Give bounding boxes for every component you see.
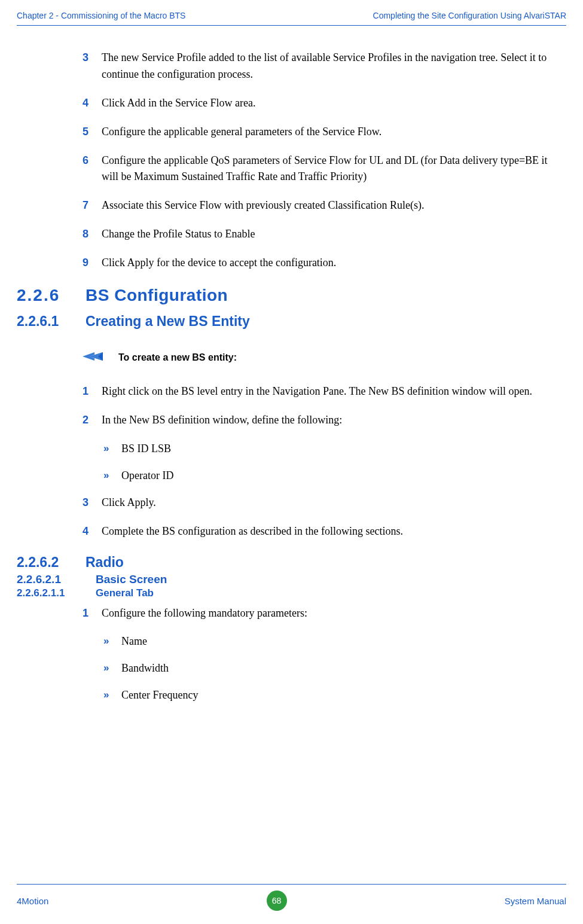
step-item: 2 In the New BS definition window, defin… — [83, 412, 566, 429]
heading-title: General Tab — [96, 587, 154, 599]
step-item: 1 Right click on the BS level entry in t… — [83, 383, 566, 400]
bullet-icon: » — [103, 633, 121, 649]
step-number: 3 — [83, 495, 102, 511]
step-text: The new Service Profile added to the lis… — [102, 50, 566, 83]
bullet-icon: » — [103, 687, 121, 703]
bullet-icon: » — [103, 468, 121, 484]
heading-number: 2.2.6 — [17, 286, 86, 305]
footer-left: 4Motion — [17, 896, 48, 906]
page-number: 68 — [272, 896, 282, 905]
heading-2-2-6-2-1-1: 2.2.6.2.1.1 General Tab — [17, 587, 566, 599]
step-text: Right click on the BS level entry in the… — [102, 383, 566, 400]
step-item: 4 Complete the BS configuration as descr… — [83, 523, 566, 540]
step-text: Configure the applicable general paramet… — [102, 124, 566, 141]
heading-2-2-6-1: 2.2.6.1 Creating a New BS Entity — [17, 313, 566, 330]
step-number: 5 — [83, 124, 102, 141]
step-text: In the New BS definition window, define … — [102, 412, 566, 429]
heading-2-2-6-2: 2.2.6.2 Radio — [17, 554, 566, 571]
heading-title: Radio — [86, 554, 124, 571]
procedure-callout: To create a new BS entity: — [83, 351, 566, 364]
step-text: Complete the BS configuration as describ… — [102, 523, 566, 540]
footer-right: System Manual — [505, 896, 566, 906]
page-footer: 4Motion 68 System Manual — [17, 884, 566, 911]
arrow-icon — [83, 351, 103, 364]
step-text: Click Apply. — [102, 495, 566, 511]
sub-bullet: » Operator ID — [103, 468, 566, 484]
step-number: 3 — [83, 50, 102, 83]
bullet-icon: » — [103, 441, 121, 457]
step-item: 8 Change the Profile Status to Enable — [83, 226, 566, 243]
heading-2-2-6: 2.2.6 BS Configuration — [17, 286, 566, 305]
step-number: 7 — [83, 197, 102, 214]
heading-number: 2.2.6.2 — [17, 554, 86, 571]
step-text: Configure the applicable QoS parameters … — [102, 153, 566, 186]
step-number: 4 — [83, 95, 102, 112]
sub-bullet: » BS ID LSB — [103, 441, 566, 457]
heading-2-2-6-2-1: 2.2.6.2.1 Basic Screen — [17, 573, 566, 586]
page-header: Chapter 2 - Commissioning of the Macro B… — [17, 0, 566, 26]
page-number-badge: 68 — [267, 891, 287, 911]
step-item: 3 The new Service Profile added to the l… — [83, 50, 566, 83]
header-section: Completing the Site Configuration Using … — [373, 11, 566, 20]
step-item: 3 Click Apply. — [83, 495, 566, 511]
step-number: 9 — [83, 255, 102, 272]
step-number: 2 — [83, 412, 102, 429]
header-chapter: Chapter 2 - Commissioning of the Macro B… — [17, 11, 185, 20]
step-text: Associate this Service Flow with previou… — [102, 197, 566, 214]
step-number: 1 — [83, 605, 102, 622]
step-item: 7 Associate this Service Flow with previ… — [83, 197, 566, 214]
step-text: Click Add in the Service Flow area. — [102, 95, 566, 112]
sub-bullet-text: BS ID LSB — [121, 441, 171, 457]
heading-title: Creating a New BS Entity — [86, 313, 250, 330]
step-number: 4 — [83, 523, 102, 540]
step-number: 6 — [83, 153, 102, 186]
step-text: Click Apply for the device to accept the… — [102, 255, 566, 272]
step-text: Change the Profile Status to Enable — [102, 226, 566, 243]
step-item: 5 Configure the applicable general param… — [83, 124, 566, 141]
heading-number: 2.2.6.2.1.1 — [17, 587, 96, 599]
step-list-b: 1 Right click on the BS level entry in t… — [83, 383, 566, 540]
step-number: 1 — [83, 383, 102, 400]
step-list-a: 3 The new Service Profile added to the l… — [83, 50, 566, 272]
sub-bullet: » Bandwidth — [103, 660, 566, 676]
bullet-icon: » — [103, 660, 121, 676]
page-content: 3 The new Service Profile added to the l… — [0, 26, 583, 703]
sub-bullet-text: Bandwidth — [121, 660, 169, 676]
sub-bullet-text: Operator ID — [121, 468, 173, 484]
step-text: Configure the following mandatory parame… — [102, 605, 566, 622]
step-number: 8 — [83, 226, 102, 243]
step-item: 4 Click Add in the Service Flow area. — [83, 95, 566, 112]
heading-number: 2.2.6.1 — [17, 313, 86, 330]
callout-text: To create a new BS entity: — [118, 352, 237, 363]
sub-bullet-text: Center Frequency — [121, 687, 198, 703]
heading-title: Basic Screen — [96, 573, 167, 586]
heading-title: BS Configuration — [86, 286, 228, 305]
heading-number: 2.2.6.2.1 — [17, 573, 96, 586]
sub-bullet: » Name — [103, 633, 566, 649]
step-item: 1 Configure the following mandatory para… — [83, 605, 566, 622]
step-item: 9 Click Apply for the device to accept t… — [83, 255, 566, 272]
sub-bullet-text: Name — [121, 633, 147, 649]
step-item: 6 Configure the applicable QoS parameter… — [83, 153, 566, 186]
sub-bullet: » Center Frequency — [103, 687, 566, 703]
step-list-c: 1 Configure the following mandatory para… — [83, 605, 566, 704]
